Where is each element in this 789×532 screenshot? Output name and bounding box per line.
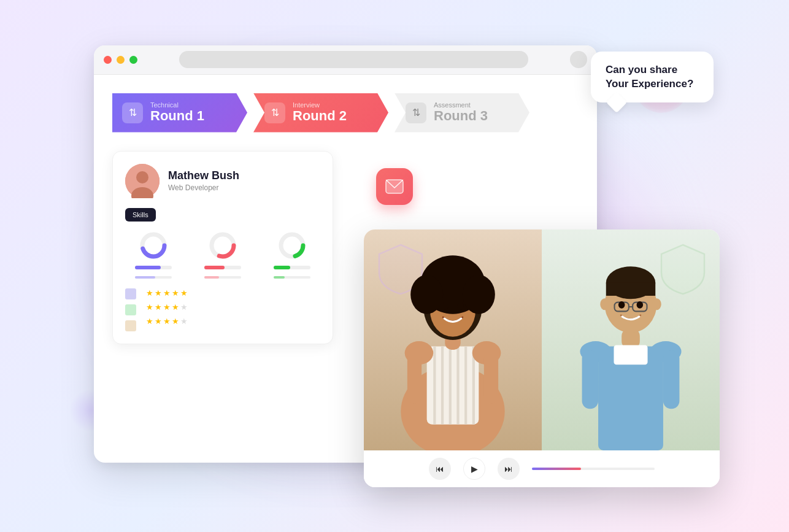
video-panel: ⏮ ▶ ⏭ bbox=[364, 229, 720, 487]
dot-red[interactable] bbox=[104, 56, 112, 64]
skill-sub-bar-1 bbox=[135, 276, 172, 279]
ratings-section: ★ ★ ★ ★ ★ ★ ★ ★ ★ ★ bbox=[125, 288, 320, 331]
star: ★ bbox=[180, 288, 188, 298]
skill-item-1 bbox=[135, 230, 172, 279]
step-1-icon: ⇅ bbox=[122, 102, 143, 123]
svg-rect-45 bbox=[582, 350, 598, 408]
svg-rect-15 bbox=[456, 346, 459, 424]
dot-yellow[interactable] bbox=[117, 56, 125, 64]
rating-box-row-2 bbox=[125, 304, 136, 315]
skill-bar-1 bbox=[135, 266, 172, 269]
skill-sub-bar-2 bbox=[204, 276, 241, 279]
video-controls-bar: ⏮ ▶ ⏭ bbox=[364, 450, 720, 487]
video-progress-fill bbox=[532, 468, 581, 470]
steps-row: ⇅ Technical Round 1 ⇅ Interview Round 2 … bbox=[112, 93, 579, 133]
rewind-button[interactable]: ⏮ bbox=[429, 458, 451, 480]
star: ★ bbox=[180, 303, 188, 312]
step-2-text: Interview Round 2 bbox=[293, 101, 347, 123]
stars-row-1: ★ ★ ★ ★ ★ bbox=[146, 288, 188, 298]
svg-point-39 bbox=[600, 298, 609, 310]
svg-point-22 bbox=[410, 275, 443, 314]
star: ★ bbox=[155, 303, 162, 312]
browser-action-btn[interactable] bbox=[570, 51, 587, 68]
svg-point-41 bbox=[618, 301, 625, 309]
svg-point-42 bbox=[637, 301, 644, 309]
video-right bbox=[542, 229, 720, 450]
bubble-line2: Your Experience? bbox=[606, 77, 699, 91]
video-content bbox=[364, 229, 720, 450]
star: ★ bbox=[163, 303, 171, 312]
step-1-label: Technical bbox=[150, 101, 204, 109]
stars-row-2: ★ ★ ★ ★ ★ bbox=[146, 303, 188, 312]
svg-rect-35 bbox=[606, 282, 655, 295]
rating-boxes bbox=[125, 288, 136, 331]
profile-role: Web Developer bbox=[168, 183, 239, 192]
step-3-title: Round 3 bbox=[434, 109, 488, 123]
rating-box-row-1 bbox=[125, 288, 136, 299]
stars-row-3: ★ ★ ★ ★ ★ bbox=[146, 317, 188, 326]
svg-rect-46 bbox=[663, 350, 679, 408]
profile-header: Mathew Bush Web Developer bbox=[125, 164, 320, 198]
star: ★ bbox=[172, 288, 179, 298]
rating-box-3 bbox=[125, 320, 136, 331]
svg-rect-29 bbox=[484, 352, 498, 404]
rating-box-row-3 bbox=[125, 320, 136, 331]
rating-stars: ★ ★ ★ ★ ★ ★ ★ ★ ★ ★ bbox=[146, 288, 188, 331]
play-button[interactable]: ▶ bbox=[463, 458, 485, 480]
avatar bbox=[125, 164, 160, 198]
step-2-title: Round 2 bbox=[293, 109, 347, 123]
star: ★ bbox=[155, 288, 162, 298]
step-3-icon: ⇅ bbox=[406, 102, 426, 123]
skills-charts bbox=[125, 230, 320, 279]
svg-point-40 bbox=[652, 298, 661, 310]
step-2-icon: ⇅ bbox=[264, 102, 285, 123]
step-1-title: Round 1 bbox=[150, 109, 204, 123]
profile-info: Mathew Bush Web Developer bbox=[168, 169, 239, 192]
step-2-interview[interactable]: ⇅ Interview Round 2 bbox=[253, 93, 388, 133]
svg-rect-13 bbox=[441, 346, 444, 424]
svg-point-1 bbox=[136, 171, 148, 183]
skill-item-3 bbox=[274, 230, 310, 279]
speech-bubble: Can you share Your Experience? bbox=[591, 52, 714, 103]
star: ★ bbox=[146, 288, 153, 298]
browser-titlebar bbox=[94, 45, 597, 75]
step-2-label: Interview bbox=[293, 101, 347, 109]
svg-rect-16 bbox=[464, 346, 467, 424]
step-1-text: Technical Round 1 bbox=[150, 101, 204, 123]
step-3-text: Assessment Round 3 bbox=[434, 101, 488, 123]
skill-bar-2 bbox=[204, 266, 241, 269]
video-progress-bar[interactable] bbox=[532, 468, 655, 470]
step-3-assessment[interactable]: ⇅ Assessment Round 3 bbox=[394, 93, 529, 133]
profile-name: Mathew Bush bbox=[168, 169, 239, 182]
svg-rect-28 bbox=[407, 352, 421, 404]
star: ★ bbox=[146, 303, 153, 312]
star: ★ bbox=[163, 317, 171, 326]
star: ★ bbox=[155, 317, 162, 326]
svg-point-23 bbox=[463, 275, 495, 314]
skill-bar-3 bbox=[274, 266, 310, 269]
svg-rect-32 bbox=[614, 345, 647, 364]
step-3-label: Assessment bbox=[434, 101, 488, 109]
svg-point-25 bbox=[457, 303, 464, 310]
profile-card: Mathew Bush Web Developer Skills bbox=[112, 151, 333, 344]
rating-box-1 bbox=[125, 288, 136, 299]
skill-item-2 bbox=[204, 230, 241, 279]
skill-sub-bar-3 bbox=[274, 276, 310, 279]
svg-rect-12 bbox=[433, 346, 436, 424]
star: ★ bbox=[146, 317, 153, 326]
forward-button[interactable]: ⏭ bbox=[498, 458, 520, 480]
main-scene: ⇅ Technical Round 1 ⇅ Interview Round 2 … bbox=[57, 27, 732, 506]
star: ★ bbox=[163, 288, 171, 298]
browser-search-bar bbox=[179, 51, 528, 68]
dot-green[interactable] bbox=[129, 56, 137, 64]
skills-header: Skills bbox=[125, 208, 156, 222]
email-float-icon bbox=[376, 168, 413, 205]
star: ★ bbox=[180, 317, 188, 326]
step-1-technical[interactable]: ⇅ Technical Round 1 bbox=[112, 93, 247, 133]
star: ★ bbox=[172, 303, 179, 312]
bubble-line1: Can you share bbox=[606, 63, 699, 77]
star: ★ bbox=[172, 317, 179, 326]
svg-point-24 bbox=[442, 303, 448, 310]
rating-box-2 bbox=[125, 304, 136, 315]
svg-rect-14 bbox=[449, 346, 452, 424]
